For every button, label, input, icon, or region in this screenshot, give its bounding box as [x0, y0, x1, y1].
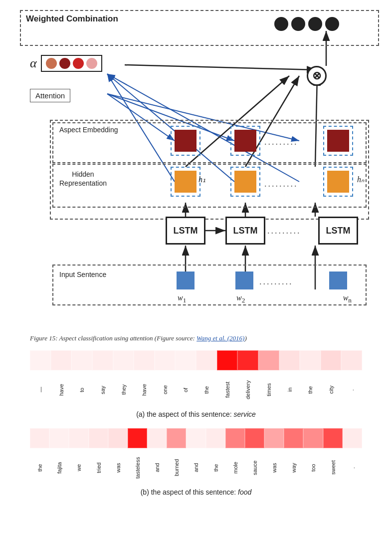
heatmap-label-5: have: [134, 372, 155, 407]
heatmap-cell-3: [92, 350, 113, 370]
heatmap-label-11: sauce: [245, 450, 264, 485]
heatmap-cell-7: [175, 350, 196, 370]
attention-label: Attention: [30, 89, 70, 102]
heatmap-cell-1: [51, 350, 72, 370]
weighted-combination-label: Weighted Combination: [26, 14, 118, 24]
heatmap-cell-5: [128, 428, 147, 448]
heatmap-cell-16: [343, 428, 362, 448]
caption-link[interactable]: Wang et al. (2016): [196, 334, 244, 342]
alpha-circle-3: [73, 58, 84, 69]
heatmaps-section: —havetosaytheyhaveoneofthefastestdeliver…: [30, 350, 362, 496]
heatmap-a-grid: [30, 350, 362, 370]
lstm-box-3: LSTM: [318, 217, 358, 245]
heatmap-cell-0: [30, 350, 51, 370]
h1-label: h₁: [198, 175, 205, 184]
alpha-circle-1: [46, 58, 57, 69]
heatmap-label-1: have: [51, 372, 72, 407]
heatmap-b-caption-text: (b) the aspect of this sentence:: [141, 488, 238, 496]
alpha-circle-2: [59, 58, 70, 69]
heatmap-cell-11: [258, 350, 279, 370]
heatmap-b-wrapper: thefajitawetriedwastastelessandburnedand…: [30, 428, 362, 496]
heatmap-label-5: tasteless: [128, 450, 147, 485]
hidden-representation-label: HiddenRepresentation: [57, 169, 109, 189]
output-circle-1: [274, 17, 288, 31]
caption-text: Figure 15: Aspect classification using a…: [30, 334, 196, 342]
heatmap-label-4: they: [113, 372, 134, 407]
heatmap-label-10: delivery: [237, 372, 258, 407]
heatmap-cell-0: [30, 428, 49, 448]
heatmap-cell-6: [147, 428, 167, 448]
heatmap-cell-13: [300, 350, 321, 370]
heatmap-label-8: and: [186, 450, 205, 485]
heatmap-label-12: was: [264, 450, 284, 485]
wn-label: wn: [343, 293, 352, 304]
output-circle-3: [308, 17, 322, 31]
heatmap-label-3: tried: [89, 450, 108, 485]
heatmap-a-caption: (a) the aspect of this sentence: service: [30, 410, 362, 418]
heatmap-cell-8: [196, 350, 217, 370]
heatmap-label-15: sweet: [323, 450, 343, 485]
heatmap-label-6: and: [147, 450, 167, 485]
aspect-square-1: [175, 130, 196, 152]
heatmap-cell-14: [321, 350, 342, 370]
heatmap-cell-13: [284, 428, 303, 448]
figure-caption: Figure 15: Aspect classification using a…: [30, 334, 362, 342]
aspect-dots: .........: [264, 137, 298, 147]
heatmap-cell-4: [113, 350, 134, 370]
heatmap-cell-5: [134, 350, 155, 370]
svg-line-8: [125, 65, 317, 70]
heatmap-label-10: mole: [225, 450, 245, 485]
heatmap-cell-6: [155, 350, 176, 370]
heatmap-cell-3: [89, 428, 108, 448]
heatmap-label-15: .: [341, 372, 362, 407]
heatmap-a-caption-em: service: [233, 410, 255, 418]
heatmap-cell-9: [217, 350, 238, 370]
heatmap-cell-15: [341, 350, 362, 370]
heatmap-label-9: fastest: [217, 372, 238, 407]
heatmap-b-caption-em: food: [238, 488, 251, 496]
heatmap-label-13: way: [284, 450, 303, 485]
heatmap-cell-7: [167, 428, 186, 448]
alpha-circle-4: [86, 58, 97, 69]
heatmap-cell-12: [279, 350, 300, 370]
heatmap-label-2: to: [71, 372, 92, 407]
heatmap-label-4: was: [108, 450, 128, 485]
heatmap-a-caption-text: (a) the aspect of this sentence:: [136, 410, 233, 418]
heatmap-cell-12: [264, 428, 284, 448]
heatmap-a-wrapper: —havetosaytheyhaveoneofthefastestdeliver…: [30, 350, 362, 418]
heatmap-cell-15: [323, 428, 343, 448]
heatmap-label-16: .: [343, 450, 362, 485]
heatmap-cell-4: [108, 428, 128, 448]
heatmap-label-0: the: [30, 450, 49, 485]
caption-text-end: ): [244, 334, 246, 342]
heatmap-label-8: the: [196, 372, 217, 407]
heatmap-cell-10: [237, 350, 258, 370]
output-circles: [274, 17, 339, 31]
heatmap-label-12: in: [279, 372, 300, 407]
heatmap-label-0: —: [30, 372, 51, 407]
heatmap-label-7: burned: [167, 450, 186, 485]
heatmap-label-2: we: [69, 450, 88, 485]
heatmap-cell-11: [245, 428, 264, 448]
hidden-square-1: [175, 171, 196, 193]
alpha-row: α: [30, 55, 102, 72]
neural-network-diagram: Weighted Combination α ⊗ Attention Asp: [20, 10, 379, 329]
hidden-square-2: [234, 171, 256, 193]
input-sentence-label: Input Sentence: [57, 270, 108, 279]
heatmap-label-11: times: [258, 372, 279, 407]
heatmap-label-7: of: [175, 372, 196, 407]
multiply-symbol: ⊗: [307, 66, 327, 86]
heatmap-b-grid: [30, 428, 362, 448]
heatmap-cell-14: [303, 428, 323, 448]
heatmap-cell-10: [225, 428, 245, 448]
heatmap-cell-2: [69, 428, 88, 448]
heatmap-b-labels: thefajitawetriedwastastelessandburnedand…: [30, 450, 362, 485]
heatmap-label-1: fajita: [49, 450, 69, 485]
aspect-square-3: [327, 130, 349, 152]
alpha-box: [41, 55, 102, 72]
hidden-square-3: [327, 171, 349, 193]
w2-label: w2: [236, 293, 245, 304]
heatmap-label-14: too: [303, 450, 323, 485]
output-circle-2: [291, 17, 305, 31]
input-dots: .........: [259, 276, 293, 287]
